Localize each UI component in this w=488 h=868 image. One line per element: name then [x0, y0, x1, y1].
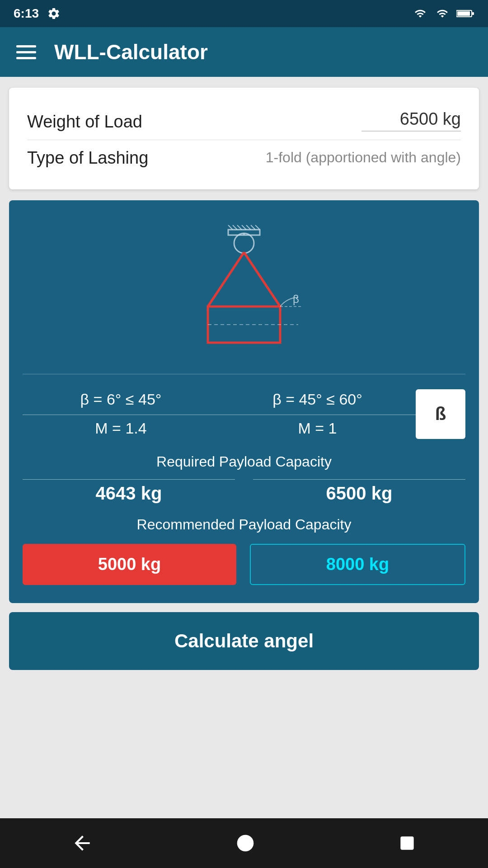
- back-button[interactable]: [71, 832, 94, 854]
- required-value-1-text: 4643 kg: [23, 479, 235, 504]
- status-time: 6:13: [14, 6, 39, 21]
- recommended-label: Recommended Payload Capacity: [23, 516, 465, 533]
- status-icons: [412, 8, 474, 19]
- svg-line-13: [208, 252, 244, 307]
- svg-rect-15: [208, 307, 280, 343]
- beta-1-line1: β = 6° ≤ 45°: [23, 388, 219, 411]
- home-button[interactable]: [235, 833, 255, 853]
- beta-2-line2: M = 1: [219, 415, 416, 440]
- beta-block-2: β = 45° ≤ 60° M = 1: [219, 388, 416, 440]
- beta-2-line1: β = 45° ≤ 60°: [219, 388, 416, 411]
- lashing-label: Type of Lashing: [27, 148, 148, 168]
- diagram-area: β: [23, 214, 465, 363]
- weight-row: Weight of Load 6500 kg: [27, 101, 461, 140]
- app-title: WLL-Calculator: [54, 40, 208, 64]
- recents-button[interactable]: [397, 833, 417, 853]
- recommended-button-8000[interactable]: 8000 kg: [250, 544, 465, 585]
- recommended-buttons-row: 5000 kg 8000 kg: [23, 544, 465, 585]
- divider: [23, 374, 465, 374]
- gear-icon: [47, 7, 61, 20]
- status-bar: 6:13: [0, 0, 488, 27]
- beta-block-1: β = 6° ≤ 45° M = 1.4: [23, 388, 219, 440]
- required-values-row: 4643 kg 6500 kg: [23, 479, 465, 504]
- svg-rect-1: [457, 11, 470, 16]
- back-icon: [71, 832, 94, 854]
- input-card: Weight of Load 6500 kg Type of Lashing 1…: [9, 88, 479, 189]
- home-icon: [235, 833, 255, 853]
- required-value-2: 6500 kg: [253, 479, 465, 504]
- beta-1-line2: M = 1.4: [23, 415, 219, 440]
- svg-text:β: β: [293, 293, 299, 305]
- recommended-button-5000[interactable]: 5000 kg: [23, 544, 236, 585]
- svg-point-11: [234, 233, 254, 253]
- battery-icon: [456, 9, 474, 19]
- required-value-2-text: 6500 kg: [253, 479, 465, 504]
- svg-line-14: [244, 252, 280, 307]
- svg-rect-2: [472, 12, 474, 15]
- menu-button[interactable]: [16, 45, 36, 59]
- wifi-icon: [412, 8, 428, 19]
- lashing-row: Type of Lashing 1-fold (apportioned with…: [27, 140, 461, 176]
- svg-rect-20: [400, 836, 413, 849]
- svg-point-19: [237, 835, 254, 852]
- required-label: Required Payload Capacity: [23, 453, 465, 470]
- app-bar: WLL-Calculator: [0, 27, 488, 77]
- recents-icon: [397, 833, 417, 853]
- signal-icon: [436, 8, 449, 19]
- beta-toggle-button[interactable]: ß: [416, 389, 465, 439]
- bottom-nav: [0, 818, 488, 868]
- lashing-diagram: β: [158, 223, 330, 359]
- calculate-button[interactable]: Calculate angel: [9, 612, 479, 670]
- beta-row: β = 6° ≤ 45° M = 1.4 β = 45° ≤ 60° M = 1…: [23, 388, 465, 440]
- weight-value[interactable]: 6500 kg: [361, 109, 461, 132]
- required-value-1: 4643 kg: [23, 479, 235, 504]
- lashing-value[interactable]: 1-fold (apportioned with angle): [266, 149, 461, 168]
- main-panel: β β = 6° ≤ 45° M = 1.4 β = 45° ≤ 60° M =…: [9, 200, 479, 603]
- weight-label: Weight of Load: [27, 112, 142, 132]
